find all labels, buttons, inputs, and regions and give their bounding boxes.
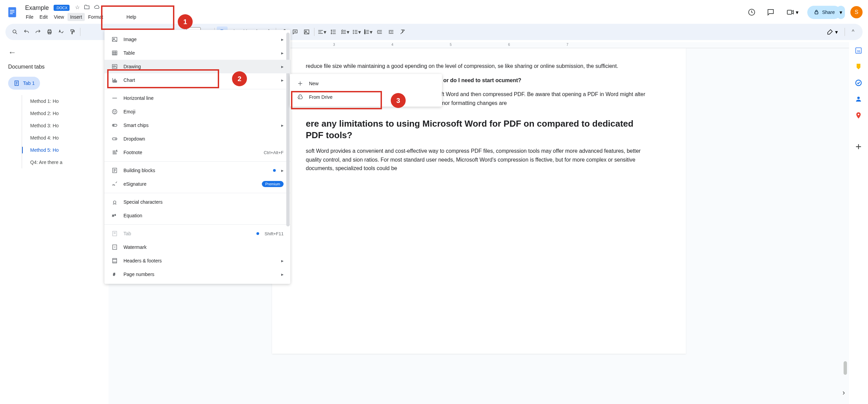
right-side-panel: 31 (849, 42, 868, 404)
insert-menu-tab: Tab Shift+F11 (104, 227, 290, 240)
contacts-icon[interactable] (854, 95, 863, 103)
menu-format[interactable]: Format (85, 13, 106, 21)
insert-menu-page-numbers[interactable]: # Page numbers ▸ (104, 268, 290, 281)
menu-item-label: New (309, 81, 435, 86)
outline-item[interactable]: Method 1: Ho (22, 95, 100, 107)
new-indicator-dot (273, 169, 276, 172)
insert-menu-building-blocks[interactable]: Building blocks ▸ (104, 164, 290, 177)
svg-point-14 (353, 32, 354, 32)
heading-q4: ere any limitations to using Microsoft W… (306, 118, 652, 141)
insert-menu-drawing[interactable]: Drawing ▸ (104, 60, 290, 73)
insert-menu-dropdown[interactable]: Dropdown (104, 132, 290, 146)
cloud-status-icon[interactable] (94, 4, 100, 12)
numbered-list-button[interactable]: 123 ▾ (363, 26, 373, 37)
svg-rect-2 (10, 12, 14, 12)
paint-format-icon[interactable] (67, 26, 78, 37)
image-icon (111, 36, 118, 43)
insert-menu-equation[interactable]: π2 Equation (104, 209, 290, 222)
outline-item[interactable]: Method 5: Ho (22, 144, 100, 156)
drawing-submenu: New From Drive (290, 74, 442, 107)
history-icon[interactable] (745, 5, 758, 19)
esign-icon (111, 181, 118, 187)
svg-text:π: π (112, 214, 115, 217)
submenu-arrow-icon: ▸ (281, 272, 284, 277)
insert-menu-watermark[interactable]: Watermark (104, 240, 290, 254)
emoji-icon (111, 108, 118, 115)
docs-logo[interactable] (5, 5, 19, 19)
menu-help[interactable]: Help (124, 13, 139, 21)
share-button[interactable]: Share (807, 6, 841, 19)
svg-point-13 (353, 30, 354, 31)
menu-view[interactable]: View (51, 13, 67, 21)
insert-menu-table[interactable]: Table ▸ (104, 46, 290, 60)
submenu-arrow-icon: ▸ (281, 50, 284, 56)
drawing-submenu-from-drive[interactable]: From Drive (290, 90, 442, 104)
increase-indent-icon[interactable] (386, 26, 397, 37)
insert-menu-esignature[interactable]: eSignature Premium (104, 177, 290, 191)
insert-menu-horizontal-line[interactable]: Horizontal line (104, 91, 290, 105)
tab-pill[interactable]: Tab 1 (8, 77, 40, 90)
insert-image-icon[interactable] (301, 26, 312, 37)
account-avatar[interactable]: S (850, 6, 863, 18)
maps-icon[interactable] (854, 111, 863, 120)
align-button[interactable]: ▾ (316, 26, 327, 37)
checklist-button[interactable]: ▾ (340, 26, 350, 37)
document-title[interactable]: Example (23, 4, 51, 12)
move-icon[interactable] (84, 4, 90, 12)
menu-edit[interactable]: Edit (37, 13, 51, 21)
scrollbar-thumb[interactable] (844, 361, 847, 375)
insert-menu-image[interactable]: Image ▸ (104, 33, 290, 46)
collapse-toolbar-icon[interactable]: ^ (848, 26, 859, 37)
drawing-submenu-new[interactable]: New (290, 77, 442, 90)
svg-rect-9 (48, 30, 51, 31)
submenu-arrow-icon: ▸ (281, 64, 284, 69)
title-area: Example .DOCX ☆ File Edit View Insert Fo… (23, 4, 745, 21)
keep-icon[interactable] (854, 62, 863, 71)
outline-item[interactable]: Method 4: Ho (22, 132, 100, 144)
menu-item-label: Table (123, 50, 276, 56)
insert-menu-chart[interactable]: Chart ▸ (104, 73, 290, 87)
calendar-icon[interactable]: 31 (854, 46, 863, 54)
outline-item[interactable]: Method 3: Ho (22, 120, 100, 132)
print-icon[interactable] (44, 26, 55, 37)
add-on-icon[interactable] (854, 143, 863, 151)
dropdown-icon (111, 135, 118, 142)
search-menus-icon[interactable] (9, 26, 20, 37)
editing-mode-button[interactable]: ▾ (823, 27, 842, 37)
svg-rect-27 (112, 51, 117, 55)
outline-list: Method 1: Ho Method 2: Ho Method 3: Ho M… (22, 95, 100, 168)
insert-menu-emoji[interactable]: Emoji (104, 105, 290, 118)
docx-badge: .DOCX (54, 5, 70, 11)
menu-file[interactable]: File (23, 13, 36, 21)
meet-button[interactable]: ▾ (783, 5, 802, 19)
menu-item-label: eSignature (123, 181, 256, 187)
undo-icon[interactable] (21, 26, 32, 37)
share-dropdown[interactable]: ▾ (837, 6, 845, 19)
insert-menu-special-characters[interactable]: Special characters (104, 195, 290, 209)
svg-point-34 (114, 111, 114, 112)
menu-item-label: Watermark (123, 244, 284, 250)
outline-item[interactable]: Q4: Are there a (22, 156, 100, 168)
share-label: Share (822, 10, 835, 15)
clear-formatting-icon[interactable] (397, 26, 408, 37)
show-side-panel-icon[interactable]: › (843, 388, 845, 397)
spellcheck-icon[interactable] (56, 26, 66, 37)
bulleted-list-button[interactable]: ▾ (351, 26, 362, 37)
ruler-mark: 6 (508, 43, 510, 47)
line-spacing-button[interactable] (328, 26, 339, 37)
add-comment-icon[interactable] (290, 26, 301, 37)
tasks-icon[interactable] (854, 79, 863, 87)
insert-menu-smart-chips[interactable]: Smart chips ▸ (104, 118, 290, 132)
comments-icon[interactable] (764, 5, 777, 19)
insert-menu-headers-footers[interactable]: Headers & footers ▸ (104, 254, 290, 268)
hr-icon (111, 95, 118, 102)
decrease-indent-icon[interactable] (374, 26, 385, 37)
back-arrow-icon[interactable]: ← (8, 48, 16, 57)
redo-icon[interactable] (33, 26, 43, 37)
insert-menu-footnote[interactable]: 1 Footnote Ctrl+Alt+F (104, 146, 290, 159)
menu-insert[interactable]: Insert (67, 13, 85, 21)
outline-item[interactable]: Method 2: Ho (22, 107, 100, 120)
menu-item-label: Page numbers (123, 272, 276, 277)
svg-text:3: 3 (364, 32, 365, 34)
star-icon[interactable]: ☆ (75, 4, 80, 12)
